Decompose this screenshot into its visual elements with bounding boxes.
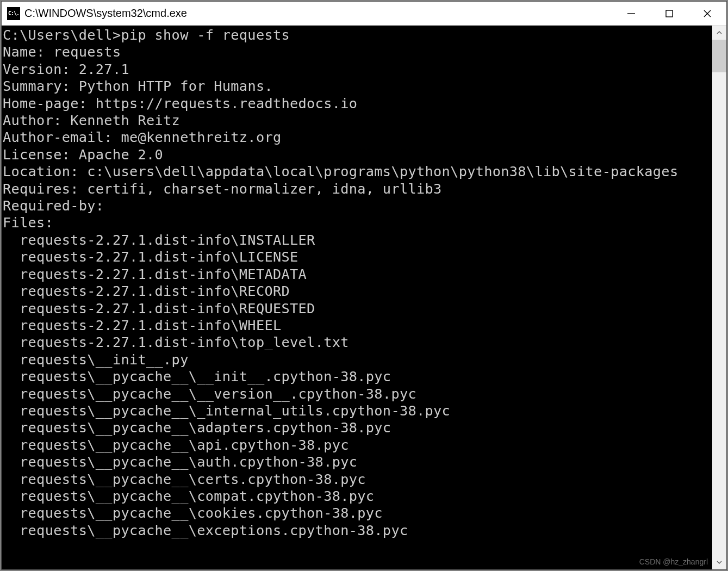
field-license: License: Apache 2.0: [3, 147, 163, 163]
scroll-thumb[interactable]: [712, 40, 726, 72]
field-summary: Summary: Python HTTP for Humans.: [3, 78, 273, 94]
window-controls: [612, 2, 726, 25]
field-location: Location: c:\users\dell\appdata\local\pr…: [3, 164, 678, 179]
field-version: Version: 2.27.1: [3, 61, 129, 77]
svg-rect-1: [666, 10, 673, 17]
field-homepage: Home-page: https://requests.readthedocs.…: [3, 96, 357, 111]
scroll-track[interactable]: [712, 40, 726, 555]
field-required-by: Required-by:: [3, 198, 104, 214]
close-icon: [702, 9, 712, 18]
minimize-icon: [626, 9, 636, 18]
minimize-button[interactable]: [612, 2, 650, 25]
command-text: pip show -f requests: [121, 27, 290, 43]
chevron-up-icon: [716, 29, 723, 36]
cmd-window: C:\. C:\WINDOWS\system32\cmd.exe C:\User…: [1, 1, 727, 570]
files-label: Files:: [3, 215, 53, 231]
titlebar[interactable]: C:\. C:\WINDOWS\system32\cmd.exe: [2, 2, 726, 26]
field-requires: Requires: certifi, charset-normalizer, i…: [3, 181, 442, 197]
scroll-up-arrow[interactable]: [712, 26, 726, 40]
vertical-scrollbar[interactable]: [712, 26, 726, 569]
maximize-icon: [664, 9, 674, 18]
prompt: C:\Users\dell>: [3, 27, 121, 43]
watermark: CSDN @hz_zhangrl: [639, 557, 708, 566]
field-author: Author: Kenneth Reitz: [3, 113, 180, 128]
field-name: Name: requests: [3, 44, 121, 60]
terminal-output[interactable]: C:\Users\dell>pip show -f requests Name:…: [2, 26, 712, 569]
maximize-button[interactable]: [650, 2, 688, 25]
close-button[interactable]: [688, 2, 726, 25]
chevron-down-icon: [716, 559, 723, 566]
window-title: C:\WINDOWS\system32\cmd.exe: [24, 7, 612, 20]
scroll-down-arrow[interactable]: [712, 555, 726, 569]
cmd-icon: C:\.: [7, 7, 20, 20]
field-author-email: Author-email: me@kennethreitz.org: [3, 129, 282, 145]
files-list: requests-2.27.1.dist-info\INSTALLER requ…: [3, 232, 450, 538]
client-area: C:\Users\dell>pip show -f requests Name:…: [2, 26, 726, 569]
